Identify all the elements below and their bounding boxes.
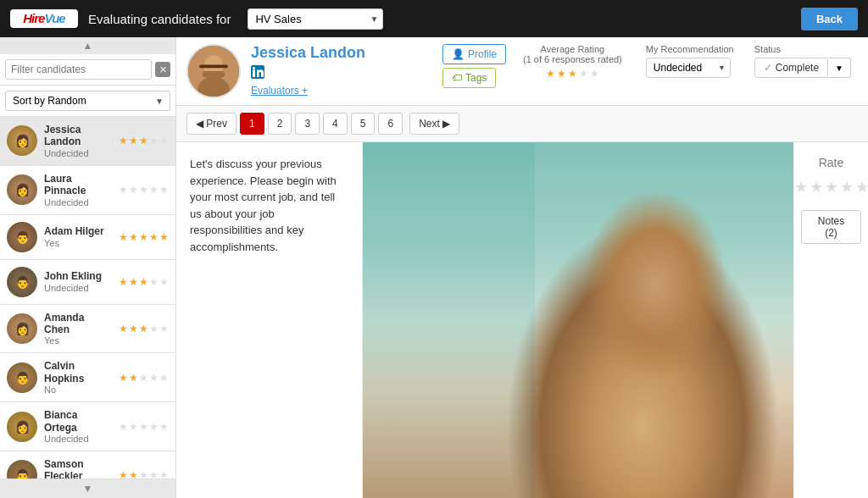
candidate-name-jessica: Jessica Landon bbox=[44, 124, 112, 148]
star-4: ★ bbox=[149, 135, 159, 147]
candidate-item-samson[interactable]: 👨 Samson Fleckler Undecided ★ ★ ★ ★ ★ bbox=[0, 451, 175, 479]
evaluators-link[interactable]: Evaluators + bbox=[251, 85, 308, 97]
candidate-avatar-large bbox=[186, 44, 241, 98]
recommendation-block: My Recommendation Undecided Yes No bbox=[639, 44, 741, 78]
page-button-2[interactable]: 2 bbox=[268, 113, 292, 135]
candidate-item-john[interactable]: 👨 John Ekling Undecided ★ ★ ★ ★ ★ bbox=[0, 260, 175, 305]
next-button[interactable]: Next ▶ bbox=[409, 113, 459, 135]
candidate-item-amanda[interactable]: 👩 Amanda Chen Yes ★ ★ ★ ★ ★ bbox=[0, 305, 175, 354]
svg-rect-3 bbox=[203, 71, 225, 78]
star-2: ★ bbox=[129, 135, 138, 147]
video-section: Let's discuss your previous experience. … bbox=[176, 142, 868, 498]
scroll-down-arrow[interactable]: ▼ bbox=[0, 479, 175, 498]
candidate-item-adam[interactable]: 👨 Adam Hilger Yes ★ ★ ★ ★ ★ bbox=[0, 215, 175, 260]
star-5: ★ bbox=[159, 323, 169, 335]
rate-star-1[interactable]: ★ bbox=[794, 178, 808, 196]
profile-icon: 👤 bbox=[452, 48, 465, 60]
rate-star-5[interactable]: ★ bbox=[855, 178, 869, 196]
avg-rating-sub: (1 of 6 responses rated) bbox=[523, 54, 622, 64]
avg-star-1: ★ bbox=[546, 68, 555, 80]
candidate-info-jessica: Jessica Landon Undecided bbox=[44, 124, 112, 158]
position-selector-wrapper[interactable]: HV Sales ▼ bbox=[248, 8, 383, 30]
sort-select[interactable]: Sort by Random Sort by Name Sort by Rati… bbox=[5, 91, 170, 111]
filter-clear-button[interactable]: ✕ bbox=[155, 62, 170, 77]
profile-button[interactable]: 👤 Profile bbox=[442, 44, 506, 64]
candidate-stars-samson: ★ ★ ★ ★ ★ bbox=[119, 469, 169, 479]
star-5: ★ bbox=[159, 469, 169, 479]
candidate-stars-adam: ★ ★ ★ ★ ★ bbox=[119, 231, 169, 243]
svg-rect-8 bbox=[363, 142, 535, 498]
candidate-item-calvin[interactable]: 👨 Calvin Hopkins No ★ ★ ★ ★ ★ bbox=[0, 353, 175, 402]
rate-star-4[interactable]: ★ bbox=[840, 178, 854, 196]
linkedin-icon[interactable] bbox=[251, 65, 264, 81]
prev-button[interactable]: ◀ Prev bbox=[186, 113, 236, 135]
back-button[interactable]: Back bbox=[801, 8, 858, 30]
rate-stars[interactable]: ★ ★ ★ ★ ★ bbox=[794, 178, 869, 196]
svg-rect-9 bbox=[535, 142, 793, 498]
star-5: ★ bbox=[159, 372, 169, 384]
star-3: ★ bbox=[139, 276, 148, 288]
app-logo: HireVue bbox=[10, 9, 78, 28]
candidate-stars-amanda: ★ ★ ★ ★ ★ bbox=[119, 323, 169, 335]
candidate-info-adam: Adam Hilger Yes bbox=[44, 225, 112, 247]
candidate-status-adam: Yes bbox=[44, 238, 112, 248]
candidate-status-john: Undecided bbox=[44, 283, 112, 293]
star-4: ★ bbox=[149, 231, 159, 243]
avg-star-4: ★ bbox=[579, 68, 588, 80]
candidate-info-laura: Laura Pinnacle Undecided bbox=[44, 173, 112, 208]
star-4: ★ bbox=[149, 184, 159, 196]
avatar-bianca: 👩 bbox=[7, 412, 37, 442]
star-5: ★ bbox=[159, 231, 169, 243]
notes-button[interactable]: Notes (2) bbox=[801, 210, 861, 244]
star-4: ★ bbox=[149, 469, 159, 479]
recommendation-select-wrapper[interactable]: Undecided Yes No bbox=[646, 58, 731, 78]
recommendation-select[interactable]: Undecided Yes No bbox=[646, 58, 731, 78]
candidate-name-samson: Samson Fleckler bbox=[44, 458, 112, 479]
tag-icon: 🏷 bbox=[452, 72, 462, 84]
candidate-header-name: Jessica Landon bbox=[251, 44, 432, 63]
filter-bar: ✕ bbox=[0, 54, 175, 86]
svg-rect-4 bbox=[199, 65, 228, 69]
candidate-stars-laura: ★ ★ ★ ★ ★ bbox=[119, 184, 169, 196]
complete-dropdown-button[interactable]: ▼ bbox=[828, 58, 851, 78]
avatar-calvin: 👨 bbox=[7, 362, 37, 393]
star-5: ★ bbox=[159, 184, 169, 196]
scroll-up-arrow[interactable]: ▲ bbox=[0, 37, 175, 54]
page-button-1[interactable]: 1 bbox=[240, 113, 264, 135]
candidate-item-bianca[interactable]: 👩 Bianca Ortega Undecided ★ ★ ★ ★ ★ bbox=[0, 402, 175, 451]
candidate-info-amanda: Amanda Chen Yes bbox=[44, 312, 112, 346]
tags-button[interactable]: 🏷 Tags bbox=[442, 68, 496, 88]
rate-star-3[interactable]: ★ bbox=[825, 178, 838, 196]
page-button-3[interactable]: 3 bbox=[295, 113, 320, 135]
filter-input[interactable] bbox=[5, 59, 152, 80]
candidate-item-jessica[interactable]: 👩 Jessica Landon Undecided ★ ★ ★ ★ ★ bbox=[0, 117, 175, 166]
position-selector[interactable]: HV Sales bbox=[248, 8, 383, 30]
star-3: ★ bbox=[139, 469, 148, 479]
page-button-4[interactable]: 4 bbox=[323, 113, 348, 135]
sort-wrapper[interactable]: Sort by Random Sort by Name Sort by Rati… bbox=[0, 86, 175, 117]
svg-rect-6 bbox=[253, 69, 255, 77]
candidate-info-samson: Samson Fleckler Undecided bbox=[44, 458, 112, 479]
main-layout: ▲ ✕ Sort by Random Sort by Name Sort by … bbox=[0, 37, 868, 498]
rate-star-2[interactable]: ★ bbox=[810, 178, 823, 196]
avatar-adam: 👨 bbox=[7, 222, 37, 252]
recommendation-label: My Recommendation bbox=[646, 44, 734, 54]
star-5: ★ bbox=[159, 276, 169, 288]
star-1: ★ bbox=[119, 372, 128, 384]
candidate-list: 👩 Jessica Landon Undecided ★ ★ ★ ★ ★ bbox=[0, 117, 175, 479]
candidate-name-calvin: Calvin Hopkins bbox=[44, 360, 112, 385]
status-block: Status ✓ Complete ▼ bbox=[748, 44, 858, 78]
video-placeholder bbox=[363, 142, 793, 498]
page-button-6[interactable]: 6 bbox=[378, 113, 403, 135]
candidate-stars-jessica: ★ ★ ★ ★ ★ bbox=[119, 135, 169, 147]
complete-button[interactable]: ✓ Complete bbox=[754, 58, 828, 78]
star-3: ★ bbox=[139, 184, 148, 196]
svg-point-7 bbox=[253, 67, 255, 69]
page-button-5[interactable]: 5 bbox=[351, 113, 376, 135]
star-2: ★ bbox=[129, 323, 138, 335]
pagination-bar: ◀ Prev 1 2 3 4 5 6 Next ▶ bbox=[176, 106, 868, 142]
avg-star-2: ★ bbox=[557, 68, 566, 80]
candidate-item-laura[interactable]: 👩 Laura Pinnacle Undecided ★ ★ ★ ★ ★ bbox=[0, 166, 175, 215]
candidate-status-laura: Undecided bbox=[44, 197, 112, 208]
video-container[interactable] bbox=[363, 142, 793, 498]
